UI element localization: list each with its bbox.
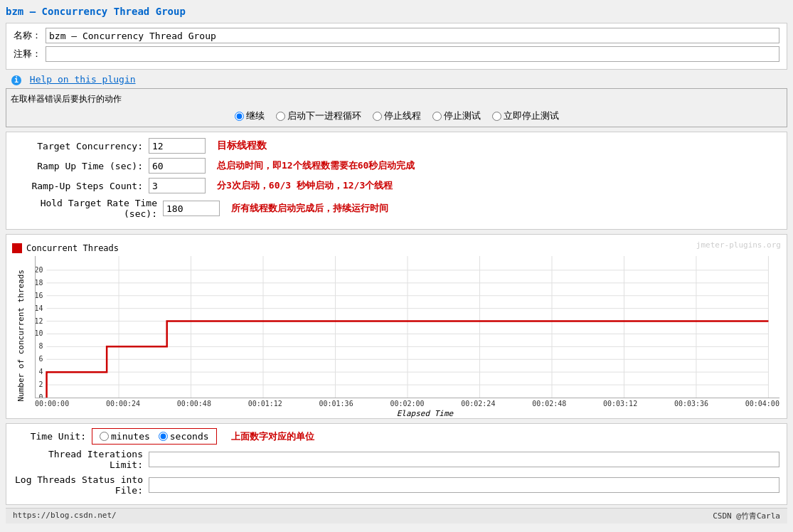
comment-label: 注释： xyxy=(14,48,41,60)
radio-stop-thread[interactable]: 停止线程 xyxy=(373,110,421,122)
svg-text:2: 2 xyxy=(39,381,43,388)
hold-annotation: 所有线程数启动完成后，持续运行时间 xyxy=(231,202,388,215)
hold-row: Hold Target Rate Time (sec): 所有线程数启动完成后，… xyxy=(6,198,787,219)
chart-svg: 0 2 4 6 8 10 12 14 16 18 20 xyxy=(35,256,779,398)
svg-text:14: 14 xyxy=(35,304,43,312)
name-row: 名称： xyxy=(14,28,779,43)
time-unit-row: Time Unit: minutes seconds 上面数字对应的单位 xyxy=(14,428,779,445)
steps-input[interactable] xyxy=(149,178,206,193)
target-row: Target Concurrency: 目标线程数 xyxy=(6,138,787,154)
radio-stop-test[interactable]: 停止测试 xyxy=(432,110,481,122)
thread-iter-row: Thread Iterations Limit: xyxy=(14,449,779,470)
svg-text:4: 4 xyxy=(39,368,43,376)
chart-container: Concurrent Threads jmeter-plugins.org Nu… xyxy=(6,234,787,419)
footer-url: https://blog.csdn.net/ xyxy=(13,511,117,521)
ramp-up-row: Ramp Up Time (sec): 总启动时间，即12个线程数需要在60秒启… xyxy=(6,158,787,174)
footer-credit: CSDN @竹青Carla xyxy=(713,511,780,521)
radio-stop-now[interactable]: 立即停止测试 xyxy=(492,110,559,122)
x-ticks: 00:00:00 00:00:24 00:00:48 00:01:12 00:0… xyxy=(35,400,779,408)
log-label: Log Threads Status into File: xyxy=(14,474,149,496)
chart-body: Number of concurrent threads xyxy=(6,256,787,418)
time-unit-annotation: 上面数字对应的单位 xyxy=(231,430,314,443)
help-link[interactable]: Help on this plugin xyxy=(30,74,136,85)
params-section: Target Concurrency: 目标线程数 Ramp Up Time (… xyxy=(6,132,787,230)
svg-text:10: 10 xyxy=(35,329,43,337)
legend-box xyxy=(12,243,22,253)
info-icon: i xyxy=(11,75,21,85)
help-row: i Help on this plugin xyxy=(6,73,787,87)
main-container: bzm — Concurrency Thread Group 名称： 注释： i… xyxy=(0,0,793,532)
thread-iter-label: Thread Iterations Limit: xyxy=(14,449,149,470)
ramp-up-label: Ramp Up Time (sec): xyxy=(6,161,149,171)
steps-annotation: 分3次启动，60/3 秒钟启动，12/3个线程 xyxy=(217,179,393,192)
steps-label: Ramp-Up Steps Count: xyxy=(6,181,149,191)
name-input[interactable] xyxy=(46,28,779,43)
comment-input[interactable] xyxy=(46,46,779,62)
svg-text:8: 8 xyxy=(39,342,43,350)
error-radio-group: 继续 启动下一进程循环 停止线程 停止测试 立即停止测试 xyxy=(11,110,782,122)
svg-text:0: 0 xyxy=(39,393,43,398)
radio-seconds[interactable]: seconds xyxy=(159,431,209,442)
radio-next-loop[interactable]: 启动下一进程循环 xyxy=(276,110,361,122)
error-section-title: 在取样器错误后要执行的动作 xyxy=(11,93,782,105)
hold-input[interactable] xyxy=(163,201,220,216)
comment-row: 注释： xyxy=(14,46,779,62)
target-input[interactable] xyxy=(149,138,206,154)
y-axis-label: Number of concurrent threads xyxy=(16,273,26,401)
error-section: 在取样器错误后要执行的动作 继续 启动下一进程循环 停止线程 停止测试 立即停止… xyxy=(6,88,787,127)
name-label: 名称： xyxy=(14,29,41,42)
time-unit-radio-box: minutes seconds xyxy=(92,428,217,445)
legend-label: Concurrent Threads xyxy=(26,243,119,253)
watermark: jmeter-plugins.org xyxy=(696,240,781,250)
time-unit-label: Time Unit: xyxy=(14,431,92,442)
name-comment-section: 名称： 注释： xyxy=(6,23,787,70)
svg-text:12: 12 xyxy=(35,317,43,325)
svg-text:6: 6 xyxy=(39,355,43,363)
page-title: bzm — Concurrency Thread Group xyxy=(6,6,787,17)
radio-continue[interactable]: 继续 xyxy=(235,110,265,122)
svg-text:18: 18 xyxy=(35,279,43,287)
ramp-up-annotation: 总启动时间，即12个线程数需要在60秒启动完成 xyxy=(217,159,415,172)
ramp-up-input[interactable] xyxy=(149,158,206,174)
x-axis-label: Elapsed Time xyxy=(70,409,779,418)
target-annotation: 目标线程数 xyxy=(217,139,267,152)
svg-text:16: 16 xyxy=(35,292,43,299)
svg-text:20: 20 xyxy=(35,266,43,274)
log-row: Log Threads Status into File: xyxy=(14,474,779,496)
footer-bar: https://blog.csdn.net/ CSDN @竹青Carla xyxy=(6,508,787,523)
log-input[interactable] xyxy=(149,477,779,493)
thread-iter-input[interactable] xyxy=(149,452,779,467)
y-axis-container: Number of concurrent threads xyxy=(6,256,35,418)
bottom-section: Time Unit: minutes seconds 上面数字对应的单位 Thr… xyxy=(6,423,787,505)
chart-legend: Concurrent Threads xyxy=(6,240,787,256)
steps-row: Ramp-Up Steps Count: 分3次启动，60/3 秒钟启动，12/… xyxy=(6,178,787,193)
target-label: Target Concurrency: xyxy=(6,141,149,151)
chart-svg-area: 0 2 4 6 8 10 12 14 16 18 20 xyxy=(35,256,787,418)
radio-minutes[interactable]: minutes xyxy=(100,431,150,442)
hold-label: Hold Target Rate Time (sec): xyxy=(6,198,163,219)
